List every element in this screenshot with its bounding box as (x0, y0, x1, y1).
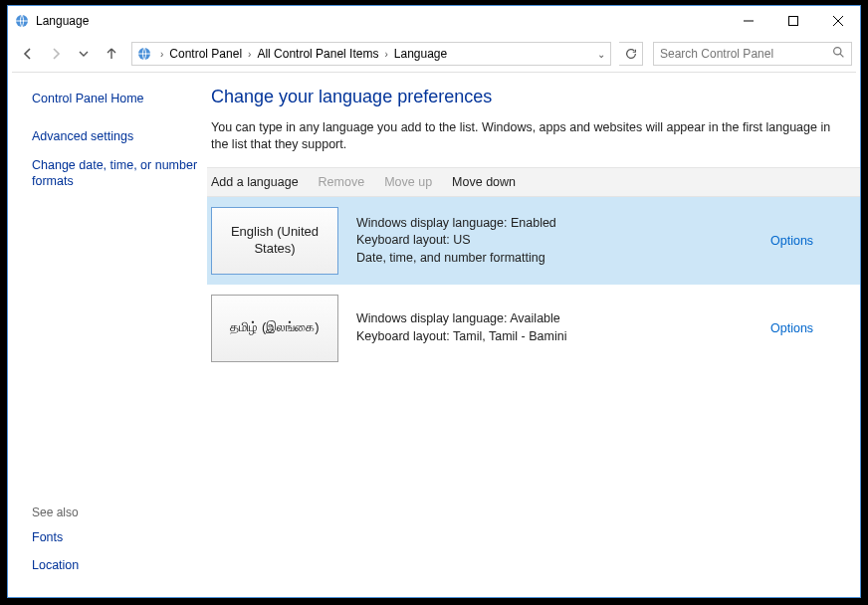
refresh-button[interactable] (619, 42, 643, 66)
forward-button[interactable] (44, 42, 68, 66)
language-info-line: Keyboard layout: US (356, 232, 770, 250)
window-controls (726, 7, 860, 36)
svg-line-7 (840, 54, 843, 57)
window: Language › Control Panel › All Control P… (7, 5, 861, 598)
close-button[interactable] (815, 7, 860, 36)
svg-rect-2 (788, 17, 797, 26)
up-button[interactable] (100, 42, 123, 66)
page-description: You can type in any language you add to … (207, 119, 860, 153)
language-info: Windows display language: EnabledKeyboar… (346, 207, 770, 275)
sidebar-link-fonts[interactable]: Fonts (32, 529, 199, 545)
language-row[interactable]: English (United States)Windows display l… (207, 197, 860, 285)
maximize-button[interactable] (770, 7, 815, 36)
address-bar[interactable]: › Control Panel › All Control Panel Item… (131, 42, 611, 66)
language-info-line: Keyboard layout: Tamil, Tamil - Bamini (356, 328, 770, 346)
language-toolbar: Add a language Remove Move up Move down (207, 167, 860, 197)
sidebar-link-location[interactable]: Location (32, 557, 199, 573)
language-info-line: Date, time, and number formatting (356, 250, 770, 268)
chevron-right-icon[interactable]: › (156, 49, 167, 60)
recent-locations-button[interactable] (72, 42, 96, 66)
breadcrumb-control-panel[interactable]: Control Panel (167, 47, 244, 61)
navbar: › Control Panel › All Control Panel Item… (8, 36, 860, 72)
language-options-link[interactable]: Options (770, 321, 813, 335)
move-down-button[interactable]: Move down (452, 175, 516, 189)
language-list: English (United States)Windows display l… (207, 197, 860, 597)
language-options-link[interactable]: Options (770, 234, 813, 248)
breadcrumb-language[interactable]: Language (392, 47, 449, 61)
content: Control Panel Home Advanced settings Cha… (8, 73, 860, 597)
language-info-line: Windows display language: Available (356, 310, 770, 328)
language-info: Windows display language: AvailableKeybo… (346, 295, 770, 362)
move-up-button[interactable]: Move up (384, 175, 432, 189)
language-tile[interactable]: தமிழ் (இலங்கை) (211, 295, 338, 362)
sidebar-home-link[interactable]: Control Panel Home (32, 91, 199, 106)
breadcrumb-all-items[interactable]: All Control Panel Items (255, 47, 380, 61)
back-button[interactable] (16, 42, 40, 66)
minimize-button[interactable] (726, 7, 770, 36)
language-row[interactable]: தமிழ் (இலங்கை)Windows display language: … (207, 285, 860, 372)
language-tile[interactable]: English (United States) (211, 207, 338, 275)
language-app-icon (14, 13, 30, 29)
search-box[interactable] (653, 42, 852, 66)
see-also-label: See also (32, 505, 199, 519)
add-language-button[interactable]: Add a language (211, 175, 299, 189)
remove-button[interactable]: Remove (319, 175, 365, 189)
sidebar-link-advanced[interactable]: Advanced settings (32, 128, 199, 144)
titlebar: Language (8, 6, 860, 36)
language-info-line: Windows display language: Enabled (356, 215, 770, 233)
chevron-right-icon[interactable]: › (244, 49, 255, 60)
language-options-cell: Options (770, 295, 860, 362)
window-title: Language (36, 14, 726, 28)
search-input[interactable] (660, 47, 832, 61)
chevron-right-icon[interactable]: › (380, 49, 391, 60)
search-icon[interactable] (832, 45, 845, 63)
sidebar-link-date-formats[interactable]: Change date, time, or number formats (32, 157, 199, 190)
address-dropdown-button[interactable]: ⌄ (592, 49, 610, 60)
svg-point-6 (834, 48, 841, 55)
language-options-cell: Options (770, 207, 860, 275)
language-path-icon (136, 46, 152, 62)
main-panel: Change your language preferences You can… (207, 73, 860, 597)
sidebar: Control Panel Home Advanced settings Cha… (8, 73, 207, 597)
page-heading: Change your language preferences (207, 87, 860, 107)
